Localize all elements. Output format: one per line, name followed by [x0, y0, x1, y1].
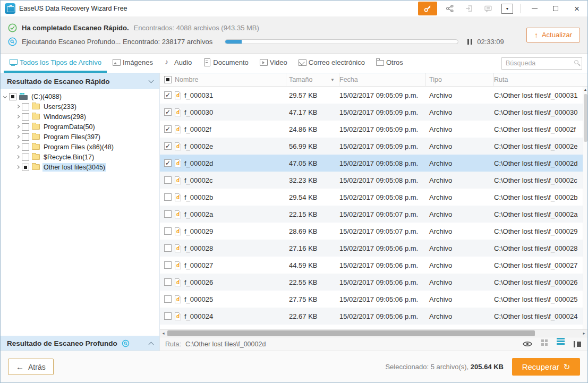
column-header-tipo[interactable]: Tipo: [426, 73, 494, 86]
expander-icon[interactable]: [16, 125, 20, 129]
table-row[interactable]: f_00002329.84 KB15/02/2017 09:05:06 p.m.…: [160, 325, 583, 329]
column-header-ruta[interactable]: Ruta: [494, 73, 583, 86]
table-row[interactable]: f_00002a22.15 KB15/02/2017 09:05:07 p.m.…: [160, 206, 583, 223]
tree-item[interactable]: Other lost files(3045): [1, 162, 159, 172]
share-button[interactable]: [440, 2, 459, 15]
close-button[interactable]: ×: [566, 1, 587, 16]
row-checkbox[interactable]: [164, 176, 172, 184]
row-checkbox[interactable]: [164, 108, 172, 116]
vertical-scroll-thumb[interactable]: [584, 94, 587, 142]
table-row[interactable]: f_00002928.69 KB15/02/2017 09:05:07 p.m.…: [160, 223, 583, 240]
table-row[interactable]: f_00002744.59 KB15/02/2017 09:05:06 p.m.…: [160, 257, 583, 274]
tab-images[interactable]: Imágenes: [107, 54, 158, 73]
table-row[interactable]: f_00002c32.23 KB15/02/2017 09:05:08 p.m.…: [160, 172, 583, 189]
row-checkbox[interactable]: [164, 159, 172, 167]
tree-root-drive[interactable]: (C:)(4088): [1, 91, 159, 101]
column-header-fecha[interactable]: Fecha: [339, 73, 426, 86]
tree-item-checkbox[interactable]: [22, 113, 29, 121]
row-checkbox[interactable]: [164, 244, 172, 252]
tree-item-checkbox[interactable]: [22, 143, 29, 151]
tree-item[interactable]: Program Files (x86)(48): [1, 142, 159, 152]
update-button[interactable]: ↑ Actualizar: [526, 28, 580, 42]
horizontal-scrollbar[interactable]: ◂ ▸: [160, 329, 587, 337]
scroll-right-icon[interactable]: ▸: [581, 331, 587, 336]
row-checkbox[interactable]: [164, 91, 172, 99]
expander-icon[interactable]: [16, 155, 20, 159]
recover-button[interactable]: Recuperar ↻: [512, 358, 580, 376]
row-checkbox[interactable]: [164, 125, 172, 133]
deep-scan-result-header[interactable]: Resultado de Escaneo Profundo: [1, 336, 159, 351]
tree-item[interactable]: $Recycle.Bin(17): [1, 152, 159, 162]
expander-icon[interactable]: [16, 105, 20, 108]
tree-root-checkbox[interactable]: [9, 93, 16, 100]
expander-icon[interactable]: [3, 95, 7, 98]
back-button[interactable]: ← Atrás: [8, 359, 54, 375]
file-date: 15/02/2017 09:05:06 p.m.: [339, 295, 426, 303]
table-row[interactable]: f_00003047.17 KB15/02/2017 09:05:09 p.m.…: [160, 104, 583, 121]
maximize-button[interactable]: [545, 1, 566, 16]
table-row[interactable]: f_00002f24.86 KB15/02/2017 09:05:09 p.m.…: [160, 121, 583, 138]
row-checkbox[interactable]: [164, 227, 172, 235]
tab-all-types[interactable]: Todos los Tipos de Archivo: [4, 54, 107, 73]
table-row[interactable]: f_00002422.67 KB15/02/2017 09:05:06 p.m.…: [160, 308, 583, 325]
tree-item-checkbox[interactable]: [22, 164, 29, 171]
column-header-nombre[interactable]: Nombre: [160, 73, 286, 86]
row-checkbox[interactable]: [164, 210, 172, 218]
tab-others[interactable]: Otros: [370, 54, 408, 73]
column-header-tamano[interactable]: Tamaño ▼: [286, 73, 339, 86]
detail-pane-button[interactable]: [574, 341, 581, 347]
menu-dropdown-button[interactable]: ▼: [498, 2, 517, 15]
file-date: 15/02/2017 09:05:06 p.m.: [339, 244, 426, 252]
tab-audio[interactable]: Audio: [158, 54, 197, 73]
file-type: Archivo: [426, 125, 494, 133]
expander-icon[interactable]: [16, 115, 20, 118]
tab-document[interactable]: Documento: [197, 54, 253, 73]
row-checkbox[interactable]: [164, 261, 172, 269]
table-row[interactable]: f_00002d47.05 KB15/02/2017 09:05:08 p.m.…: [160, 155, 583, 172]
tree-item[interactable]: Users(233): [1, 101, 159, 112]
select-all-checkbox[interactable]: [164, 76, 172, 83]
activate-key-button[interactable]: [418, 2, 437, 15]
expander-icon[interactable]: [16, 135, 20, 139]
table-row[interactable]: f_00003129.57 KB15/02/2017 09:05:09 p.m.…: [160, 87, 583, 104]
row-checkbox[interactable]: [164, 142, 172, 150]
row-checkbox[interactable]: [164, 278, 172, 286]
table-row[interactable]: f_00002527.75 KB15/02/2017 09:05:06 p.m.…: [160, 291, 583, 308]
export-button[interactable]: [459, 2, 479, 15]
search-input[interactable]: [501, 57, 582, 70]
file-icon: [175, 210, 181, 218]
table-row[interactable]: f_00002827.16 KB15/02/2017 09:05:06 p.m.…: [160, 240, 583, 257]
scroll-up-icon[interactable]: ▲: [583, 88, 587, 91]
tree-item-checkbox[interactable]: [22, 154, 29, 161]
pause-scan-button[interactable]: [467, 39, 472, 45]
table-row[interactable]: f_00002e56.99 KB15/02/2017 09:05:09 p.m.…: [160, 138, 583, 155]
sort-dropdown-icon[interactable]: ▼: [330, 78, 335, 82]
list-view-button[interactable]: [557, 338, 565, 339]
tree-item-label: Windows(298): [42, 113, 87, 121]
tab-video[interactable]: Video: [254, 54, 293, 73]
row-checkbox[interactable]: [164, 295, 172, 303]
expander-icon[interactable]: [16, 165, 20, 169]
tree-item-checkbox[interactable]: [22, 103, 29, 110]
tree-item[interactable]: Windows(298): [1, 112, 159, 122]
tree-item[interactable]: ProgramData(50): [1, 122, 159, 132]
vertical-scrollbar[interactable]: ▲: [583, 87, 587, 329]
expander-icon[interactable]: [16, 145, 20, 149]
file-name-cell: f_000023: [160, 329, 286, 330]
tree-item-checkbox[interactable]: [22, 123, 29, 131]
row-checkbox[interactable]: [164, 312, 172, 320]
tree-item-checkbox[interactable]: [22, 133, 29, 141]
grid-view-button[interactable]: [541, 339, 544, 342]
horizontal-scroll-thumb[interactable]: [167, 330, 535, 336]
tree-item[interactable]: Program Files(397): [1, 132, 159, 142]
table-row[interactable]: f_00002622.55 KB15/02/2017 09:05:06 p.m.…: [160, 274, 583, 291]
feedback-button[interactable]: [479, 2, 498, 15]
tab-email[interactable]: Correo electrónico: [293, 54, 370, 73]
row-checkbox[interactable]: [164, 193, 172, 201]
file-type: Archivo: [426, 261, 494, 269]
preview-eye-button[interactable]: [523, 341, 532, 347]
minimize-button[interactable]: [524, 1, 545, 16]
scroll-left-icon[interactable]: ◂: [160, 331, 167, 336]
table-row[interactable]: f_00002b29.54 KB15/02/2017 09:05:08 p.m.…: [160, 189, 583, 206]
quick-scan-result-header[interactable]: Resultado de Escaneo Rápido: [1, 73, 159, 89]
